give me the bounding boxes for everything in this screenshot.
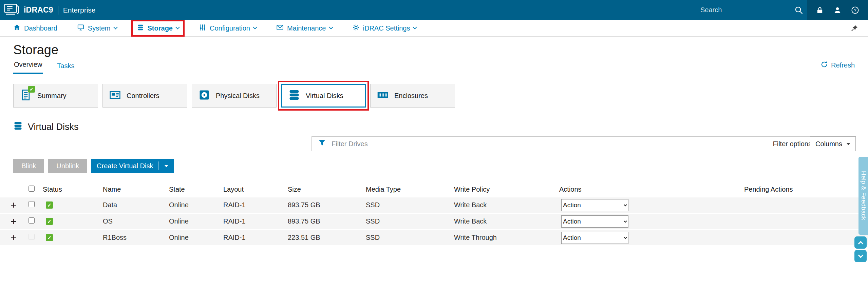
vd-name: R1Boss [100,234,166,242]
storage-tiles: Summary Controllers Physical Disks [0,74,868,108]
filter-options-link[interactable]: Filter options [773,140,812,148]
vd-state: Online [166,201,221,209]
caret-down-icon [164,165,168,167]
chevron-down-icon [858,252,863,258]
col-header-actions: Actions [556,186,741,193]
vd-media-type: SSD [363,234,451,242]
nav-item-storage[interactable]: Storage [133,21,183,35]
chevron-down-icon [253,25,257,29]
lock-icon[interactable] [816,6,824,14]
funnel-icon [318,139,326,149]
vd-layout: RAID-1 [221,234,285,242]
unblink-button[interactable]: Unblink [48,159,87,173]
main-nav: Dashboard System Storage [0,20,868,37]
brand: iDRAC9 Enterprise [0,3,96,17]
col-header-name: Name [100,186,166,193]
virtual-disks-icon [288,89,300,103]
page-title: Storage [13,43,868,57]
col-header-status: Status [40,186,100,193]
tile-label: Virtual Disks [306,92,343,100]
storage-icon [137,24,144,33]
expand-row-button[interactable]: + [0,233,24,243]
user-icon[interactable] [833,6,842,14]
row-action-select[interactable]: Action [561,199,628,211]
vd-write-policy: Write Through [451,234,556,242]
vd-layout: RAID-1 [221,217,285,225]
help-icon[interactable]: ? [851,6,859,14]
toolbar: Blink Unblink Create Virtual Disk [13,159,868,173]
tile-virtual-disks[interactable]: Virtual Disks [281,84,366,108]
chevron-down-icon [413,25,417,29]
tile-label: Enclosures [394,92,428,100]
columns-dropdown-button[interactable]: Columns [810,136,856,151]
tab-overview[interactable]: Overview [13,61,43,74]
status-ok-icon [46,201,53,209]
search-input[interactable] [700,6,791,14]
nav-item-system[interactable]: System [77,24,117,33]
nav-item-dashboard[interactable]: Dashboard [13,24,57,33]
col-header-size: Size [285,186,363,193]
tile-summary[interactable]: Summary [13,84,98,108]
tab-bar: Overview Tasks Refresh [0,59,868,74]
vd-media-type: SSD [363,201,451,209]
nav-item-configuration[interactable]: Configuration [199,24,257,33]
row-checkbox [29,234,35,240]
tile-label: Controllers [127,92,159,100]
chevron-down-icon [175,25,180,29]
vd-size: 893.75 GB [285,201,363,209]
tile-label: Summary [37,92,67,100]
chevron-up-icon [858,241,863,246]
header-select-all [24,186,40,193]
expand-row-button[interactable]: + [0,216,24,227]
create-virtual-disk-label: Create Virtual Disk [97,162,153,170]
refresh-label: Refresh [831,61,855,69]
row-checkbox[interactable] [29,217,35,224]
vd-size: 893.75 GB [285,217,363,225]
row-checkbox[interactable] [29,201,35,207]
virtual-disks-table: Status Name State Layout Size Media Type… [0,181,868,245]
brand-separator [58,6,58,15]
server-logo-icon [4,3,19,17]
col-header-state: State [166,186,221,193]
status-ok-icon [46,218,53,225]
tile-enclosures[interactable]: Enclosures [370,84,455,108]
search-icon[interactable] [794,6,803,15]
scroll-buttons [854,236,867,262]
gear-icon [352,24,360,33]
blink-button[interactable]: Blink [13,159,44,173]
table-header-row: Status Name State Layout Size Media Type… [0,181,868,197]
nav-label: iDRAC Settings [363,24,410,32]
help-feedback-tab[interactable]: Help & Feedback [858,157,868,235]
tile-controllers[interactable]: Controllers [102,84,187,108]
nav-label: Storage [148,24,173,32]
row-action-select[interactable]: Action [561,232,628,244]
filter-drives-input[interactable] [331,140,768,148]
select-all-checkbox[interactable] [29,186,35,192]
top-bar: iDRAC9 Enterprise [0,0,868,20]
chevron-down-icon [329,25,333,29]
filter-row: Filter options Columns [0,136,868,152]
table-row: + Data Online RAID-1 893.75 GB SSD Write… [0,197,868,213]
refresh-button[interactable]: Refresh [820,61,855,74]
scroll-down-button[interactable] [854,250,867,262]
caret-down-icon [846,143,850,145]
row-action-select[interactable]: Action [561,215,628,228]
expand-row-button[interactable]: + [0,200,24,210]
col-header-write-policy: Write Policy [451,186,556,193]
brand-edition: Enterprise [63,6,96,14]
controllers-icon [109,89,121,103]
table-row: + R1Boss Online RAID-1 223.51 GB SSD Wri… [0,230,868,245]
create-virtual-disk-button[interactable]: Create Virtual Disk [91,159,174,173]
vd-layout: RAID-1 [221,201,285,209]
col-header-media-type: Media Type [363,186,451,193]
tab-tasks[interactable]: Tasks [56,62,75,74]
col-header-pending-actions: Pending Actions [741,186,868,193]
tile-physical-disks[interactable]: Physical Disks [192,84,277,108]
nav-label: Configuration [210,24,250,32]
section-title: Virtual Disks [28,122,79,132]
nav-item-idrac-settings[interactable]: iDRAC Settings [352,24,417,33]
scroll-up-button[interactable] [854,236,867,249]
nav-item-maintenance[interactable]: Maintenance [276,24,333,33]
vd-state: Online [166,234,221,242]
pin-icon[interactable] [850,24,858,32]
